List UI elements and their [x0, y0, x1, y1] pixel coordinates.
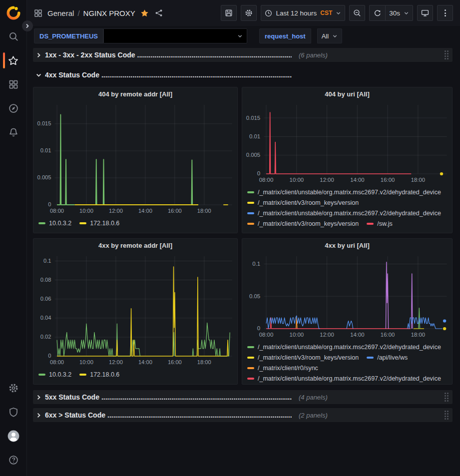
panel-title[interactable]: 4xx by remote addr [All]	[33, 239, 237, 252]
more-options-kebab-button[interactable]	[437, 5, 453, 21]
breadcrumb-section[interactable]: General	[47, 9, 74, 17]
bell-icon	[8, 127, 18, 137]
variable-label-request-host[interactable]: request_host	[259, 28, 311, 43]
legend-item[interactable]: 172.18.0.6	[79, 369, 119, 380]
chevron-down-icon	[404, 10, 409, 16]
variable-label-ds-prometheus[interactable]: DS_PROMETHEUS	[34, 28, 103, 43]
row-title: 6xx > Status Code	[45, 411, 105, 419]
chevron-down-icon	[336, 10, 341, 16]
row-leader-dots: ........................................…	[101, 393, 292, 401]
grafana-logo[interactable]	[5, 4, 22, 21]
row-header-4xx[interactable]: 4xx Status Code ........................…	[33, 68, 453, 82]
row-drag-handle[interactable]	[445, 411, 449, 420]
legend-swatch	[367, 223, 374, 225]
chevron-down-icon	[237, 33, 243, 39]
svg-text:0.04: 0.04	[40, 315, 51, 321]
row-header-1xx-3xx-2xx[interactable]: 1xx - 3xx - 2xx Status Code ............…	[33, 48, 453, 62]
legend-swatch	[367, 357, 374, 359]
timeseries-chart-404-by-uri[interactable]: 00.0050.010.01508:0010:0012:0014:0016:00…	[242, 101, 452, 185]
sidebar-item-help[interactable]	[0, 448, 27, 472]
sidebar-item-favorites[interactable]	[0, 48, 27, 72]
panel-title[interactable]: 4xx by uri [All]	[242, 239, 452, 252]
legend-label: 172.18.0.6	[90, 220, 119, 227]
chevron-right-icon	[36, 395, 41, 400]
legend-item[interactable]: /api/live/ws	[367, 352, 408, 363]
legend-item[interactable]: 172.18.0.6	[79, 218, 119, 228]
sidebar-item-dashboards[interactable]	[0, 72, 27, 96]
sidebar-item-explore[interactable]	[0, 96, 27, 120]
gear-icon	[245, 9, 253, 17]
legend-item[interactable]: /_matrix/client/unstable/org.matrix.msc2…	[247, 373, 441, 384]
dashboards-grid-icon	[8, 79, 18, 89]
cycle-view-mode-button[interactable]	[417, 5, 433, 21]
row-panel-count: (4 panels)	[299, 394, 328, 401]
variable-value-request-host[interactable]: All	[317, 28, 342, 43]
legend-item[interactable]: /_matrix/client/unstable/org.matrix.msc2…	[247, 208, 441, 218]
timeseries-chart-4xx-by-uri[interactable]: 00.050.108:0010:0012:0014:0016:0018:00	[242, 252, 452, 340]
row-drag-handle[interactable]	[445, 393, 449, 402]
refresh-button[interactable]	[369, 5, 385, 21]
share-icon[interactable]	[155, 9, 163, 17]
row-header-6xx[interactable]: 6xx > Status Code ......................…	[33, 408, 453, 422]
favorite-star-icon[interactable]	[140, 9, 149, 17]
svg-text:10:00: 10:00	[79, 208, 93, 214]
variable-value-ds-prometheus[interactable]	[103, 28, 247, 43]
panel-title[interactable]: 404 by uri [All]	[242, 87, 452, 101]
legend-item[interactable]: /_matrix/client/v3/room_keys/version	[247, 352, 359, 363]
legend-item[interactable]: /sw.js	[367, 218, 393, 229]
dashboard-canvas: 1xx - 3xx - 2xx Status Code ............…	[27, 46, 460, 476]
refresh-interval-dropdown[interactable]: 30s	[385, 5, 413, 21]
legend-item[interactable]: /_matrix/client/unstable/org.matrix.msc2…	[247, 187, 441, 197]
main-area: General / NGINX PROXY	[27, 0, 460, 476]
row-title: 4xx Status Code	[45, 71, 99, 79]
sidebar-item-profile[interactable]	[0, 424, 27, 448]
legend-item[interactable]: /_matrix/client/r0/sync	[247, 363, 318, 373]
legend-item[interactable]: /_matrix/client/v3/room_keys/version	[247, 197, 359, 208]
legend-label: /_matrix/client/unstable/org.matrix.msc2…	[258, 189, 441, 196]
svg-text:18:00: 18:00	[411, 332, 425, 338]
svg-text:08:00: 08:00	[259, 177, 273, 183]
compass-icon	[8, 103, 18, 113]
svg-text:10:00: 10:00	[290, 177, 304, 183]
variable-value-text: All	[322, 32, 329, 40]
legend-item[interactable]: 10.0.3.2	[38, 218, 71, 228]
svg-text:0.08: 0.08	[40, 277, 51, 283]
zoom-out-time-button[interactable]	[349, 5, 365, 21]
legend-label: /api/live/ws	[377, 354, 408, 361]
sidebar-item-alerting[interactable]	[0, 120, 27, 144]
row-drag-handle[interactable]	[445, 50, 449, 59]
dashboard-settings-button[interactable]	[241, 5, 257, 21]
sidebar-item-server-admin[interactable]	[0, 400, 27, 424]
legend-swatch	[247, 191, 254, 193]
gear-icon	[8, 383, 18, 393]
legend-item[interactable]: /_matrix/client/unstable/org.matrix.msc2…	[247, 342, 441, 352]
sidebar-expand-button[interactable]	[22, 20, 33, 31]
panel-title[interactable]: 404 by remote addr [All]	[33, 87, 237, 101]
page-title[interactable]: NGINX PROXY	[83, 9, 135, 17]
row-title: 5xx Status Code	[45, 393, 99, 401]
breadcrumb-separator: /	[77, 9, 79, 17]
row-title: 1xx - 3xx - 2xx Status Code	[45, 51, 135, 59]
row-header-5xx[interactable]: 5xx Status Code ........................…	[33, 390, 453, 404]
time-range-picker[interactable]: Last 12 hours CST	[261, 5, 345, 21]
legend-label: /sw.js	[377, 220, 393, 227]
svg-text:14:00: 14:00	[138, 208, 152, 214]
svg-text:0: 0	[48, 202, 51, 208]
legend-item[interactable]: /_matrix/client/v3/room_keys/version	[247, 218, 359, 229]
row-panel-count: (6 panels)	[299, 51, 328, 59]
timeseries-chart-404-by-remote-addr[interactable]: 00.0050.010.01508:0010:0012:0014:0016:00…	[33, 101, 237, 216]
legend-item[interactable]: 10.0.3.2	[38, 369, 71, 380]
legend-label: /_matrix/client/unstable/org.matrix.msc2…	[258, 375, 441, 382]
svg-text:0.1: 0.1	[43, 258, 51, 264]
legend-swatch	[247, 378, 254, 380]
sidebar-item-configuration[interactable]	[0, 376, 27, 400]
legend-label: /_matrix/client/v3/room_keys/version	[258, 199, 359, 206]
timeseries-chart-4xx-by-remote-addr[interactable]: 00.020.040.060.080.108:0010:0012:0014:00…	[33, 252, 237, 367]
legend-swatch	[79, 222, 86, 224]
zoom-out-icon	[353, 9, 361, 17]
row-leader-dots: ........................................…	[107, 411, 292, 419]
breadcrumb: General / NGINX PROXY	[47, 9, 135, 17]
chart-legend: /_matrix/client/unstable/org.matrix.msc2…	[242, 340, 452, 384]
grafana-logo-icon	[6, 5, 21, 20]
save-dashboard-button[interactable]	[221, 5, 237, 21]
